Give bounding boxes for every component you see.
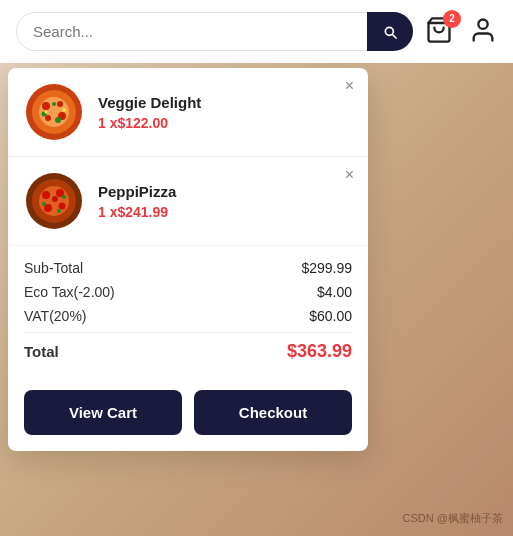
cart-item-2-qty: 1 x [98, 204, 117, 220]
svg-point-19 [59, 203, 66, 210]
peppi-pizza-image [24, 171, 84, 231]
cart-item-2: PeppiPizza 1 x$241.99 × [8, 157, 368, 246]
view-cart-button[interactable]: View Cart [24, 390, 182, 435]
vat-label: VAT(20%) [24, 308, 87, 324]
vat-row: VAT(20%) $60.00 [24, 308, 352, 324]
eco-tax-value: $4.00 [317, 284, 352, 300]
cart-item-1: Veggie Delight 1 x$122.00 × [8, 68, 368, 157]
search-button[interactable] [367, 12, 413, 51]
cart-item-1-info: Veggie Delight 1 x$122.00 [98, 94, 352, 131]
search-icon [382, 24, 398, 40]
svg-point-5 [42, 102, 50, 110]
cart-dropdown: Veggie Delight 1 x$122.00 × [8, 68, 368, 451]
cart-badge: 2 [443, 10, 461, 28]
cart-item-1-price: 1 x$122.00 [98, 115, 352, 131]
cart-item-2-price: 1 x$241.99 [98, 204, 352, 220]
svg-point-6 [57, 101, 63, 107]
remove-item-1-button[interactable]: × [345, 78, 354, 94]
svg-point-12 [62, 108, 66, 112]
svg-point-13 [45, 111, 48, 114]
sub-total-label: Sub-Total [24, 260, 83, 276]
svg-point-22 [42, 202, 46, 206]
vat-value: $60.00 [309, 308, 352, 324]
eco-tax-row: Eco Tax(-2.00) $4.00 [24, 284, 352, 300]
svg-point-8 [45, 115, 51, 121]
summary-divider [24, 332, 352, 333]
cart-item-2-info: PeppiPizza 1 x$241.99 [98, 183, 352, 220]
cart-item-2-price-val: $241.99 [117, 204, 168, 220]
checkout-button[interactable]: Checkout [194, 390, 352, 435]
svg-point-21 [52, 196, 58, 202]
svg-point-1 [478, 19, 487, 28]
search-wrapper [16, 12, 413, 51]
action-buttons: View Cart Checkout [8, 378, 368, 451]
svg-point-23 [57, 209, 61, 213]
svg-point-17 [42, 191, 50, 199]
remove-item-2-button[interactable]: × [345, 167, 354, 183]
cart-item-2-image [24, 171, 84, 231]
header-icons: 2 [425, 16, 497, 48]
total-label: Total [24, 343, 59, 360]
cart-summary: Sub-Total $299.99 Eco Tax(-2.00) $4.00 V… [8, 246, 368, 378]
cart-item-1-image [24, 82, 84, 142]
watermark: CSDN @枫蜜柚子茶 [403, 511, 503, 526]
cart-item-1-qty: 1 x [98, 115, 117, 131]
search-input[interactable] [16, 12, 413, 51]
cart-icon-wrap[interactable]: 2 [425, 16, 453, 48]
cart-item-2-name: PeppiPizza [98, 183, 352, 200]
svg-point-11 [52, 102, 56, 106]
svg-point-24 [62, 195, 66, 199]
svg-point-10 [55, 117, 61, 123]
sub-total-row: Sub-Total $299.99 [24, 260, 352, 276]
user-icon-wrap[interactable] [469, 16, 497, 48]
sub-total-value: $299.99 [301, 260, 352, 276]
user-icon [469, 16, 497, 44]
header: 2 [0, 0, 513, 63]
veggie-delight-image [24, 82, 84, 142]
cart-item-1-price-val: $122.00 [117, 115, 168, 131]
total-row: Total $363.99 [24, 341, 352, 362]
cart-item-1-name: Veggie Delight [98, 94, 352, 111]
eco-tax-label: Eco Tax(-2.00) [24, 284, 115, 300]
total-value: $363.99 [287, 341, 352, 362]
